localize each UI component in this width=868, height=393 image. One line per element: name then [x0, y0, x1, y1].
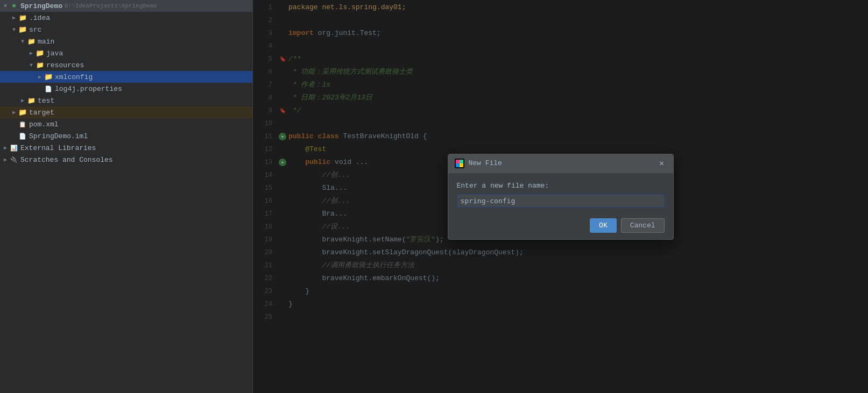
- log4j-icon: 📄: [44, 84, 53, 93]
- idea-folder-icon: 📁: [18, 13, 27, 22]
- ok-button[interactable]: OK: [590, 218, 617, 233]
- sidebar-item-scratches[interactable]: ▶ 🔌 Scratches and Consoles: [0, 154, 252, 166]
- modal-close-button[interactable]: ✕: [657, 159, 667, 168]
- svg-rect-4: [460, 163, 463, 167]
- scratches-label: Scratches and Consoles: [20, 156, 113, 164]
- main-folder-icon: 📁: [27, 37, 36, 46]
- modal-overlay: New File ✕ Enter a new file name: OK Can…: [253, 0, 868, 393]
- scratches-arrow: ▶: [2, 156, 9, 163]
- resources-label: resources: [46, 61, 84, 69]
- main-label: main: [38, 38, 54, 46]
- sidebar-item-resources[interactable]: ▼ 📁 resources: [0, 59, 252, 71]
- target-arrow: ▶: [11, 109, 17, 116]
- sidebar-item-pomxml[interactable]: ▶ 📋 pom.xml: [0, 118, 252, 130]
- project-path: D:\IdeaProjects\SpringDemo: [65, 3, 157, 9]
- sidebar-item-java[interactable]: ▶ 📁 java: [0, 47, 252, 59]
- cancel-button[interactable]: Cancel: [621, 218, 665, 233]
- svg-rect-1: [456, 160, 460, 163]
- pom-icon: 📋: [18, 120, 27, 128]
- idea-arrow: ▶: [11, 15, 17, 21]
- new-file-input[interactable]: [457, 194, 665, 208]
- project-root-item[interactable]: ▼ ■ SpringDemo D:\IdeaProjects\SpringDem…: [0, 0, 252, 12]
- resources-folder-icon: 📁: [36, 61, 44, 69]
- editor-area: 1 2 3 4 5 6 7 8 9 10 11 12 13 14 15 16 1…: [253, 0, 868, 393]
- target-folder-icon: 📁: [18, 108, 27, 117]
- test-folder-icon: 📁: [27, 96, 36, 105]
- sidebar-item-log4j[interactable]: ▶ 📄 log4j.properties: [0, 83, 252, 95]
- project-arrow: ▼: [2, 3, 9, 9]
- ext-libs-arrow: ▶: [2, 145, 9, 151]
- new-file-dialog: New File ✕ Enter a new file name: OK Can…: [448, 154, 674, 240]
- ext-libs-icon: 📊: [10, 144, 18, 152]
- sidebar-item-ext-libs[interactable]: ▶ 📊 External Libraries: [0, 142, 252, 154]
- svg-rect-2: [460, 160, 463, 163]
- sidebar-item-test[interactable]: ▶ 📁 test: [0, 95, 252, 106]
- modal-body: Enter a new file name:: [448, 173, 673, 214]
- java-arrow: ▶: [28, 50, 34, 56]
- sidebar-item-xmlconfig[interactable]: ▶ 📁 xmlconfig: [0, 71, 252, 83]
- resources-arrow: ▼: [28, 62, 34, 68]
- java-folder-icon: 📁: [36, 49, 44, 58]
- modal-buttons: OK Cancel: [448, 214, 673, 239]
- iml-icon: 📄: [18, 132, 27, 140]
- scratches-icon: 🔌: [10, 155, 18, 164]
- svg-rect-3: [456, 163, 460, 167]
- project-icon: ■: [10, 2, 18, 10]
- modal-logo: [455, 159, 464, 168]
- modal-label: Enter a new file name:: [457, 182, 665, 190]
- test-arrow: ▶: [19, 97, 26, 104]
- test-label: test: [38, 97, 54, 105]
- log4j-label: log4j.properties: [55, 85, 122, 93]
- sidebar-item-main[interactable]: ▼ 📁 main: [0, 35, 252, 47]
- project-name: SpringDemo: [20, 2, 62, 10]
- modal-title-left: New File: [455, 159, 502, 168]
- modal-title-bar: New File ✕: [448, 154, 673, 173]
- xmlconfig-label: xmlconfig: [55, 73, 93, 81]
- idea-label: .idea: [29, 14, 50, 22]
- sidebar-item-idea[interactable]: ▶ 📁 .idea: [0, 12, 252, 24]
- src-arrow: ▼: [11, 26, 17, 33]
- iml-label: SpringDemo.iml: [29, 132, 88, 140]
- ext-libs-label: External Libraries: [20, 144, 96, 152]
- sidebar: ▼ ■ SpringDemo D:\IdeaProjects\SpringDem…: [0, 0, 253, 393]
- src-folder-icon: 📁: [18, 25, 27, 34]
- xmlconfig-arrow: ▶: [37, 74, 43, 80]
- java-label: java: [46, 49, 63, 58]
- src-label: src: [29, 26, 41, 34]
- sidebar-item-target[interactable]: ▶ 📁 target: [0, 106, 252, 118]
- target-label: target: [29, 109, 54, 117]
- sidebar-item-springdemo-iml[interactable]: ▶ 📄 SpringDemo.iml: [0, 130, 252, 142]
- sidebar-item-src[interactable]: ▼ 📁 src: [0, 24, 252, 35]
- xmlconfig-folder-icon: 📁: [44, 73, 53, 81]
- modal-title-text: New File: [469, 159, 502, 167]
- main-arrow: ▼: [19, 38, 26, 45]
- pom-label: pom.xml: [29, 120, 59, 128]
